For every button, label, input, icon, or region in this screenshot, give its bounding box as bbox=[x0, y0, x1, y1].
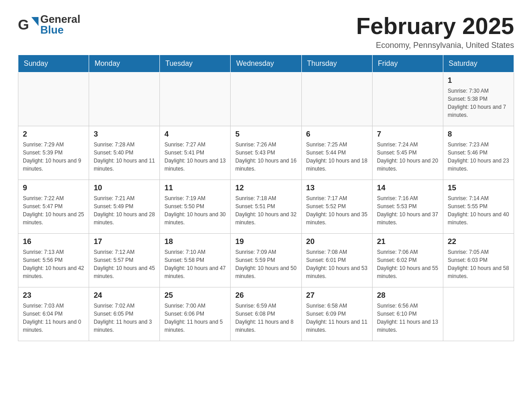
day-number: 23 bbox=[23, 291, 84, 300]
day-info: Sunrise: 7:27 AMSunset: 5:41 PMDaylight:… bbox=[164, 141, 226, 173]
calendar-cell bbox=[443, 287, 514, 341]
calendar-cell bbox=[301, 73, 372, 126]
calendar-cell: 17Sunrise: 7:12 AMSunset: 5:57 PMDayligh… bbox=[89, 234, 160, 287]
calendar-header-tuesday: Tuesday bbox=[160, 55, 231, 73]
day-number: 13 bbox=[306, 184, 368, 193]
day-info: Sunrise: 6:58 AMSunset: 6:09 PMDaylight:… bbox=[306, 302, 368, 334]
calendar-cell: 8Sunrise: 7:23 AMSunset: 5:46 PMDaylight… bbox=[443, 126, 514, 180]
calendar-cell bbox=[372, 73, 443, 126]
day-number: 22 bbox=[448, 237, 509, 246]
day-number: 1 bbox=[448, 76, 509, 85]
day-number: 17 bbox=[94, 237, 155, 246]
calendar-week-row: 1Sunrise: 7:30 AMSunset: 5:38 PMDaylight… bbox=[18, 73, 514, 126]
day-number: 27 bbox=[306, 291, 368, 300]
calendar-cell: 18Sunrise: 7:10 AMSunset: 5:58 PMDayligh… bbox=[160, 234, 231, 287]
calendar-week-row: 16Sunrise: 7:13 AMSunset: 5:56 PMDayligh… bbox=[18, 234, 514, 287]
day-info: Sunrise: 6:59 AMSunset: 6:08 PMDaylight:… bbox=[235, 302, 296, 334]
calendar-cell: 4Sunrise: 7:27 AMSunset: 5:41 PMDaylight… bbox=[160, 126, 231, 180]
calendar-header-saturday: Saturday bbox=[443, 55, 514, 73]
day-info: Sunrise: 7:10 AMSunset: 5:58 PMDaylight:… bbox=[164, 248, 226, 280]
day-info: Sunrise: 7:00 AMSunset: 6:06 PMDaylight:… bbox=[164, 302, 226, 334]
day-number: 15 bbox=[448, 184, 509, 193]
day-info: Sunrise: 7:23 AMSunset: 5:46 PMDaylight:… bbox=[448, 141, 509, 173]
calendar-cell: 27Sunrise: 6:58 AMSunset: 6:09 PMDayligh… bbox=[301, 287, 372, 341]
day-number: 3 bbox=[94, 130, 155, 139]
day-info: Sunrise: 7:24 AMSunset: 5:45 PMDaylight:… bbox=[377, 141, 438, 173]
calendar-cell: 15Sunrise: 7:14 AMSunset: 5:55 PMDayligh… bbox=[443, 180, 514, 234]
day-number: 21 bbox=[377, 237, 438, 246]
day-number: 9 bbox=[23, 184, 84, 193]
day-info: Sunrise: 7:26 AMSunset: 5:43 PMDaylight:… bbox=[235, 141, 296, 173]
day-number: 20 bbox=[306, 237, 368, 246]
month-title: February 2025 bbox=[356, 13, 514, 39]
calendar-header-friday: Friday bbox=[372, 55, 443, 73]
day-info: Sunrise: 7:18 AMSunset: 5:51 PMDaylight:… bbox=[235, 194, 296, 227]
calendar-cell: 6Sunrise: 7:25 AMSunset: 5:44 PMDaylight… bbox=[301, 126, 372, 180]
calendar-cell: 24Sunrise: 7:02 AMSunset: 6:05 PMDayligh… bbox=[89, 287, 160, 341]
day-info: Sunrise: 7:22 AMSunset: 5:47 PMDaylight:… bbox=[23, 194, 84, 227]
calendar-cell: 12Sunrise: 7:18 AMSunset: 5:51 PMDayligh… bbox=[231, 180, 301, 234]
calendar-header-wednesday: Wednesday bbox=[231, 55, 301, 73]
day-number: 14 bbox=[377, 184, 438, 193]
calendar-cell: 21Sunrise: 7:06 AMSunset: 6:02 PMDayligh… bbox=[372, 234, 443, 287]
calendar-cell: 2Sunrise: 7:29 AMSunset: 5:39 PMDaylight… bbox=[18, 126, 89, 180]
page-header: G General Blue February 2025 Economy, Pe… bbox=[18, 13, 514, 50]
day-info: Sunrise: 7:05 AMSunset: 6:03 PMDaylight:… bbox=[448, 248, 509, 280]
day-info: Sunrise: 7:02 AMSunset: 6:05 PMDaylight:… bbox=[94, 302, 155, 334]
day-info: Sunrise: 7:30 AMSunset: 5:38 PMDaylight:… bbox=[448, 87, 509, 119]
calendar-cell: 20Sunrise: 7:08 AMSunset: 6:01 PMDayligh… bbox=[301, 234, 372, 287]
logo-text-blue: Blue bbox=[40, 24, 64, 36]
calendar-header-sunday: Sunday bbox=[18, 55, 89, 73]
day-number: 18 bbox=[164, 237, 226, 246]
day-info: Sunrise: 7:03 AMSunset: 6:04 PMDaylight:… bbox=[23, 302, 84, 334]
calendar-header-thursday: Thursday bbox=[301, 55, 372, 73]
calendar-cell bbox=[89, 73, 160, 126]
calendar-cell: 7Sunrise: 7:24 AMSunset: 5:45 PMDaylight… bbox=[372, 126, 443, 180]
day-info: Sunrise: 7:12 AMSunset: 5:57 PMDaylight:… bbox=[94, 248, 155, 280]
calendar-table: SundayMondayTuesdayWednesdayThursdayFrid… bbox=[18, 55, 514, 341]
day-info: Sunrise: 6:56 AMSunset: 6:10 PMDaylight:… bbox=[377, 302, 438, 334]
logo-text-general: General bbox=[40, 13, 80, 25]
calendar-cell: 25Sunrise: 7:00 AMSunset: 6:06 PMDayligh… bbox=[160, 287, 231, 341]
day-number: 12 bbox=[235, 184, 296, 193]
calendar-cell: 1Sunrise: 7:30 AMSunset: 5:38 PMDaylight… bbox=[443, 73, 514, 126]
calendar-cell: 19Sunrise: 7:09 AMSunset: 5:59 PMDayligh… bbox=[231, 234, 301, 287]
calendar-cell: 26Sunrise: 6:59 AMSunset: 6:08 PMDayligh… bbox=[231, 287, 301, 341]
calendar-cell: 9Sunrise: 7:22 AMSunset: 5:47 PMDaylight… bbox=[18, 180, 89, 234]
day-info: Sunrise: 7:25 AMSunset: 5:44 PMDaylight:… bbox=[306, 141, 368, 173]
day-info: Sunrise: 7:08 AMSunset: 6:01 PMDaylight:… bbox=[306, 248, 368, 280]
calendar-cell bbox=[18, 73, 89, 126]
day-number: 4 bbox=[164, 130, 226, 139]
svg-text:G: G bbox=[18, 17, 29, 33]
day-info: Sunrise: 7:17 AMSunset: 5:52 PMDaylight:… bbox=[306, 194, 368, 227]
day-number: 25 bbox=[164, 291, 226, 300]
svg-marker-1 bbox=[31, 17, 39, 26]
day-info: Sunrise: 7:16 AMSunset: 5:53 PMDaylight:… bbox=[377, 194, 438, 227]
calendar-cell: 28Sunrise: 6:56 AMSunset: 6:10 PMDayligh… bbox=[372, 287, 443, 341]
day-info: Sunrise: 7:14 AMSunset: 5:55 PMDaylight:… bbox=[448, 194, 509, 227]
calendar-cell: 10Sunrise: 7:21 AMSunset: 5:49 PMDayligh… bbox=[89, 180, 160, 234]
day-number: 5 bbox=[235, 130, 296, 139]
calendar-header-row: SundayMondayTuesdayWednesdayThursdayFrid… bbox=[18, 55, 514, 73]
day-info: Sunrise: 7:28 AMSunset: 5:40 PMDaylight:… bbox=[94, 141, 155, 173]
calendar-cell: 11Sunrise: 7:19 AMSunset: 5:50 PMDayligh… bbox=[160, 180, 231, 234]
day-number: 7 bbox=[377, 130, 438, 139]
calendar-header-monday: Monday bbox=[89, 55, 160, 73]
day-info: Sunrise: 7:29 AMSunset: 5:39 PMDaylight:… bbox=[23, 141, 84, 173]
day-number: 26 bbox=[235, 291, 296, 300]
day-info: Sunrise: 7:06 AMSunset: 6:02 PMDaylight:… bbox=[377, 248, 438, 280]
day-info: Sunrise: 7:13 AMSunset: 5:56 PMDaylight:… bbox=[23, 248, 84, 280]
logo-icon: G bbox=[18, 13, 40, 36]
day-number: 19 bbox=[235, 237, 296, 246]
day-number: 28 bbox=[377, 291, 438, 300]
location-subtitle: Economy, Pennsylvania, United States bbox=[356, 41, 514, 50]
day-info: Sunrise: 7:19 AMSunset: 5:50 PMDaylight:… bbox=[164, 194, 226, 227]
logo: G General Blue bbox=[18, 13, 80, 36]
calendar-week-row: 9Sunrise: 7:22 AMSunset: 5:47 PMDaylight… bbox=[18, 180, 514, 234]
title-section: February 2025 Economy, Pennsylvania, Uni… bbox=[356, 13, 514, 50]
day-number: 8 bbox=[448, 130, 509, 139]
day-info: Sunrise: 7:21 AMSunset: 5:49 PMDaylight:… bbox=[94, 194, 155, 227]
day-number: 6 bbox=[306, 130, 368, 139]
calendar-cell: 3Sunrise: 7:28 AMSunset: 5:40 PMDaylight… bbox=[89, 126, 160, 180]
day-number: 16 bbox=[23, 237, 84, 246]
